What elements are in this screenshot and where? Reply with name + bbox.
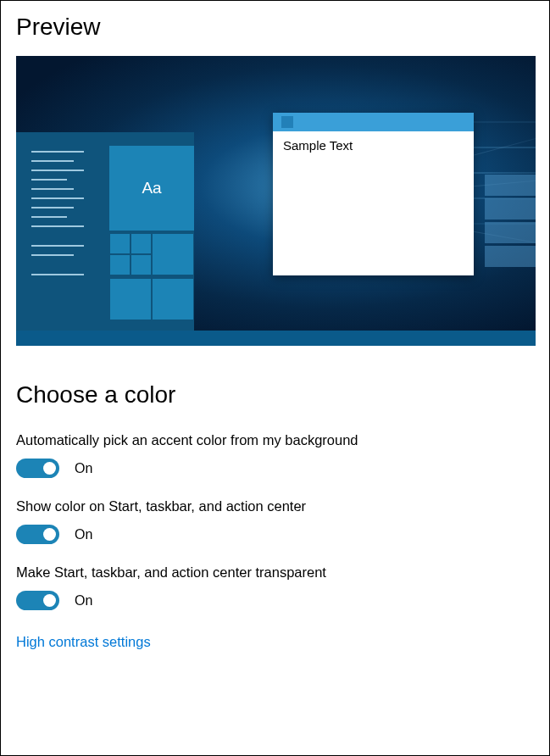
auto-accent-toggle[interactable] <box>16 459 59 478</box>
transparent-toggle[interactable] <box>16 591 59 610</box>
show-color-start-label: Show color on Start, taskbar, and action… <box>16 498 534 514</box>
preview-tiles: Aa <box>109 146 194 320</box>
transparent-status: On <box>75 593 92 609</box>
choose-color-heading: Choose a color <box>16 381 534 409</box>
preview-start-menu: Aa <box>16 132 194 331</box>
preview-start-list <box>31 151 91 283</box>
preview-heading: Preview <box>16 14 534 41</box>
preview-desktop: Aa Sample Text <box>16 56 536 346</box>
auto-accent-label: Automatically pick an accent color from … <box>16 432 534 448</box>
tile-font-label: Aa <box>142 179 161 197</box>
background-decoration <box>485 175 536 268</box>
transparent-label: Make Start, taskbar, and action center t… <box>16 564 534 581</box>
high-contrast-link[interactable]: High contrast settings <box>16 634 151 650</box>
auto-accent-status: On <box>75 461 92 476</box>
preview-window-body: Sample Text <box>273 131 474 159</box>
preview-sample-window: Sample Text <box>273 113 474 275</box>
preview-tile-large: Aa <box>109 146 194 231</box>
preview-window-titlebar <box>273 113 474 131</box>
show-color-start-status: On <box>75 527 92 542</box>
preview-taskbar <box>16 331 536 346</box>
show-color-start-toggle[interactable] <box>16 525 59 544</box>
